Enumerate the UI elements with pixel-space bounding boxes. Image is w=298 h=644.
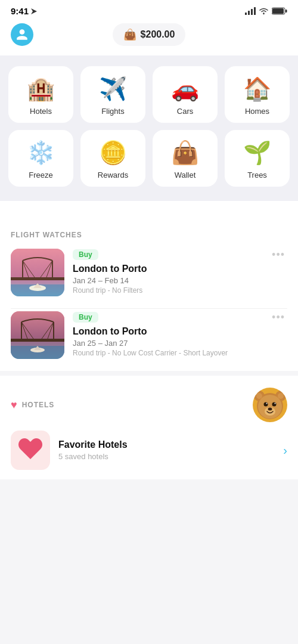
flight-thumbnail-1 <box>11 249 64 296</box>
cars-label: Cars <box>177 107 193 116</box>
svg-rect-11 <box>11 277 64 280</box>
grid-item-wallet[interactable]: 👜 Wallet <box>153 130 218 187</box>
flight-title-1: London to Porto <box>73 264 261 274</box>
section-spacer <box>0 201 298 219</box>
wallet-amount: $200.00 <box>141 29 175 40</box>
flight-thumbnail-2 <box>11 311 64 359</box>
flight-details-2: Round trip - No Low Cost Carrier - Short… <box>73 349 261 357</box>
more-button-2[interactable]: ••• <box>269 311 287 324</box>
bear-avatar[interactable] <box>253 388 287 422</box>
bridge-illustration-2 <box>11 311 64 359</box>
homes-label: Homes <box>245 107 269 116</box>
freeze-label: Freeze <box>29 171 52 179</box>
svg-point-34 <box>256 393 262 399</box>
hotels-section-title: HOTELS <box>22 401 55 409</box>
heart-graphic <box>15 435 45 465</box>
time-label: 9:41 <box>11 6 29 16</box>
flights-label: Flights <box>101 107 124 116</box>
hotels-title-row: ♥ HOTELS <box>11 399 54 411</box>
bear-icon <box>253 388 287 422</box>
heart-icon: ♥ <box>11 399 17 411</box>
grid-item-trees[interactable]: 🌱 Trees <box>225 130 290 187</box>
grid-item-flights[interactable]: ✈️ Flights <box>80 66 145 123</box>
hotels-header: ♥ HOTELS <box>11 388 287 422</box>
svg-point-42 <box>268 408 272 411</box>
svg-rect-3 <box>251 9 253 15</box>
wallet-balance[interactable]: 👜 $200.00 <box>113 23 186 46</box>
hotel-arrow-icon[interactable]: › <box>283 444 287 457</box>
hotel-name: Favorite Hotels <box>58 439 275 450</box>
svg-point-38 <box>264 402 268 407</box>
buy-badge-1: Buy <box>73 249 98 260</box>
flight-title-2: London to Porto <box>73 326 261 337</box>
svg-rect-8 <box>285 10 287 13</box>
grid-section: 🏨 Hotels ✈️ Flights 🚗 Cars 🏠 Homes ❄️ Fr… <box>0 55 298 201</box>
wallet-label: Wallet <box>175 171 196 179</box>
grid-item-homes[interactable]: 🏠 Homes <box>225 66 290 123</box>
flight-watches-section: FLIGHT WATCHES <box>0 219 298 371</box>
flight-dates-1: Jan 24 – Feb 14 <box>73 276 261 285</box>
header: 👜 $200.00 <box>0 20 298 55</box>
flight-details-1: Round trip - No Filters <box>73 286 261 295</box>
person-icon <box>15 28 29 41</box>
status-icons <box>245 7 287 15</box>
trees-label: Trees <box>247 171 267 179</box>
hotel-info: Favorite Hotels 5 saved hotels <box>58 439 275 461</box>
hotel-card-favorites[interactable]: Favorite Hotels 5 saved hotels › <box>11 431 287 479</box>
svg-rect-22 <box>11 339 64 342</box>
flights-icon: ✈️ <box>99 76 127 102</box>
svg-rect-1 <box>245 13 247 15</box>
bridge-illustration-1 <box>11 249 64 296</box>
rewards-label: Rewards <box>98 171 128 179</box>
homes-icon: 🏠 <box>243 76 271 102</box>
flight-dates-2: Jan 25 – Jan 27 <box>73 339 261 348</box>
status-bar: 9:41 <box>0 0 298 20</box>
grid-item-cars[interactable]: 🚗 Cars <box>153 66 218 123</box>
location-arrow-icon <box>31 8 37 14</box>
flight-watches-title: FLIGHT WATCHES <box>11 231 287 239</box>
hotels-section: ♥ HOTELS <box>0 376 298 479</box>
svg-point-40 <box>266 403 268 404</box>
svg-point-39 <box>272 402 277 407</box>
buy-badge-2: Buy <box>73 312 98 323</box>
grid-item-rewards[interactable]: 🪙 Rewards <box>80 130 145 187</box>
more-button-1[interactable]: ••• <box>269 249 287 261</box>
battery-icon <box>272 7 287 15</box>
svg-point-5 <box>263 13 264 14</box>
signal-icon <box>245 7 256 15</box>
svg-marker-0 <box>31 8 37 14</box>
hotels-label: Hotels <box>30 107 52 116</box>
wallet-icon: 👜 <box>171 140 199 166</box>
grid-item-freeze[interactable]: ❄️ Freeze <box>8 130 73 187</box>
svg-rect-4 <box>254 7 256 15</box>
flight-card-2[interactable]: Buy London to Porto Jan 25 – Jan 27 Roun… <box>11 311 287 371</box>
hotel-sub: 5 saved hotels <box>58 452 275 461</box>
wifi-icon <box>259 7 269 15</box>
svg-point-41 <box>275 403 276 404</box>
avatar[interactable] <box>11 23 33 46</box>
trees-icon: 🌱 <box>243 140 271 166</box>
flight-info-2: Buy London to Porto Jan 25 – Jan 27 Roun… <box>73 311 261 357</box>
hotels-icon: 🏨 <box>27 76 55 102</box>
hotel-thumbnail <box>11 431 50 470</box>
status-time: 9:41 <box>11 6 37 16</box>
flight-info-1: Buy London to Porto Jan 24 – Feb 14 Roun… <box>73 249 261 295</box>
flight-card-1[interactable]: Buy London to Porto Jan 24 – Feb 14 Roun… <box>11 249 287 309</box>
svg-rect-2 <box>248 11 250 15</box>
rewards-icon: 🪙 <box>99 140 127 166</box>
category-grid: 🏨 Hotels ✈️ Flights 🚗 Cars 🏠 Homes ❄️ Fr… <box>8 66 290 187</box>
grid-item-hotels[interactable]: 🏨 Hotels <box>8 66 73 123</box>
freeze-icon: ❄️ <box>27 140 55 166</box>
cars-icon: 🚗 <box>171 76 199 102</box>
svg-point-35 <box>278 393 284 399</box>
wallet-emoji: 👜 <box>123 28 136 41</box>
svg-rect-7 <box>272 8 284 14</box>
